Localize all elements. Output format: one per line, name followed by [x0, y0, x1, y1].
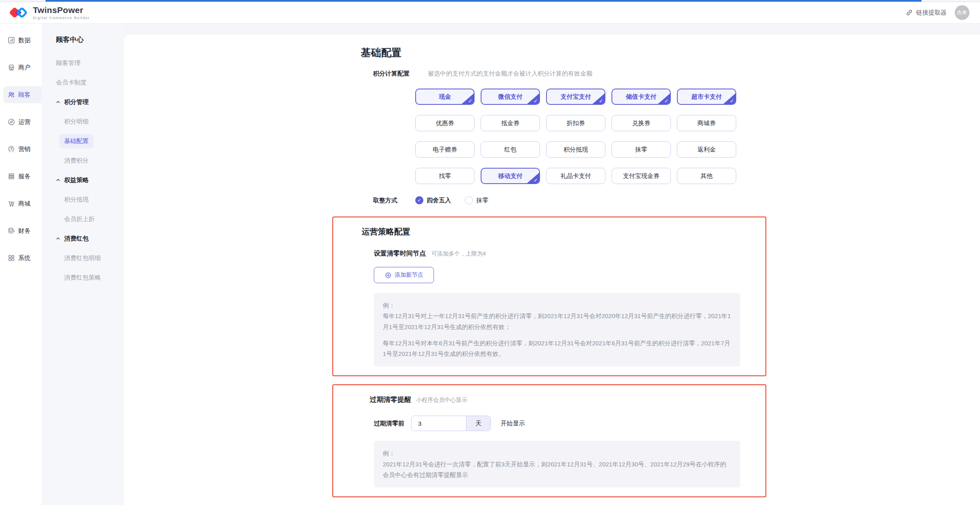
chevron-up-icon: [55, 236, 61, 241]
sidebar-item-data[interactable]: 数据: [0, 32, 41, 49]
submenu-group-label: 积分管理: [64, 98, 89, 106]
sidebar-item-finance[interactable]: 财务: [0, 222, 41, 239]
expire-reminder-hint: 小程序会员中心显示: [416, 397, 467, 404]
payment-option-red-packet[interactable]: 红包: [481, 141, 540, 158]
payment-option-other[interactable]: 其他: [677, 168, 736, 184]
customers-icon: [7, 91, 15, 99]
sidebar-item-mall[interactable]: 商城: [0, 195, 41, 212]
payment-option-stored-card[interactable]: 储值卡支付: [611, 89, 671, 105]
submenu-item-consumption-points[interactable]: 消费积分: [41, 151, 124, 170]
payment-option-gift-card[interactable]: 礼品卡支付: [546, 168, 605, 184]
submenu-group-red-packet[interactable]: 消费红包: [41, 229, 124, 248]
brand: TwinsPower Digital Commerce Builder: [9, 4, 90, 21]
payment-option-exchange-coupon[interactable]: 兑换券: [611, 115, 671, 131]
submenu-title: 顾客中心: [56, 35, 124, 44]
submenu-item-red-packet-strategy[interactable]: 消费红包策略: [41, 268, 124, 287]
secondary-sidebar: 顾客中心 顾客管理 会员卡制度 积分管理 积分明细 基础配置 消费积分 权益策略…: [41, 24, 124, 505]
ops-example-box: 例： 每年12月31号对上一年12月31号前产生的积分进行清零，则2021年12…: [374, 293, 740, 366]
payment-option-alipay[interactable]: 支付宝支付: [546, 89, 605, 105]
clear-node-row: 设置清零时间节点 可添加多个，上限为4: [374, 249, 765, 258]
radio-drop-cents[interactable]: 抹零: [465, 196, 488, 204]
submenu-group-points-management[interactable]: 积分管理: [41, 92, 124, 112]
submenu-item-red-packet-detail[interactable]: 消费红包明细: [41, 248, 124, 268]
sidebar-item-label: 商城: [18, 200, 30, 208]
payment-option-label: 红包: [504, 146, 516, 154]
payment-option-label: 商城券: [698, 119, 716, 127]
payment-option-label: 抹零: [635, 146, 647, 154]
payment-option-mobile-pay[interactable]: 移动支付: [481, 168, 540, 184]
submenu-group-benefit-strategy[interactable]: 权益策略: [41, 170, 124, 190]
main-content-card: 基础配置 积分计算配置 被选中的支付方式的支付金额才会被计入积分计算的有效金额 …: [124, 35, 980, 505]
payment-option-points-cash[interactable]: 积分抵现: [546, 141, 605, 158]
submenu-item-basic-config[interactable]: 基础配置: [41, 131, 124, 151]
submenu-item-member-card[interactable]: 会员卡制度: [41, 73, 124, 92]
brand-tagline: Digital Commerce Builder: [33, 16, 90, 20]
payment-option-supermarket-card[interactable]: 超市卡支付: [677, 89, 736, 105]
plus-circle-icon: [385, 272, 392, 279]
avatar[interactable]: 杰希: [955, 5, 969, 20]
submenu-item-label: 积分明细: [64, 118, 89, 126]
submenu-item-label: 积分抵现: [64, 196, 89, 204]
payment-option-wechat[interactable]: 微信支付: [481, 89, 540, 105]
sidebar-item-label: 营销: [18, 145, 30, 153]
add-node-button[interactable]: 添加新节点: [374, 267, 434, 283]
sidebar-item-marketing[interactable]: 营销: [0, 141, 41, 158]
calc-config-row: 积分计算配置 被选中的支付方式的支付金额才会被计入积分计算的有效金额: [373, 70, 766, 78]
operations-icon: [7, 118, 15, 126]
payment-option-label: 储值卡支付: [626, 93, 657, 101]
payment-option-label: 返利金: [698, 146, 716, 154]
payment-option-cash[interactable]: 现金: [415, 89, 475, 105]
link-icon: [906, 9, 913, 16]
sidebar-item-customers[interactable]: 顾客: [3, 86, 41, 103]
brand-logo-icon: [9, 4, 28, 21]
sidebar-item-merchant[interactable]: 商户: [0, 59, 41, 76]
submenu-item-label: 会员卡制度: [56, 79, 87, 87]
payment-option-label: 找零: [439, 172, 451, 180]
submenu-item-label: 基础配置: [59, 134, 93, 148]
expire-days-input-group: 天: [411, 416, 491, 431]
calc-config-hint: 被选中的支付方式的支付金额才会被计入积分计算的有效金额: [428, 70, 592, 78]
submenu-group-label: 消费红包: [64, 235, 89, 243]
example-paragraph: 每年12月31号对本年6月31号前产生的积分进行清零，则2021年12月31号会…: [383, 338, 731, 360]
sidebar-item-label: 财务: [18, 227, 30, 235]
radio-unchecked-icon: [465, 196, 473, 204]
payment-option-mall-coupon[interactable]: 商城券: [677, 115, 736, 131]
submenu-item-member-discount[interactable]: 会员折上折: [41, 209, 124, 229]
sidebar-item-system[interactable]: 系统: [0, 249, 41, 267]
brand-text: TwinsPower Digital Commerce Builder: [33, 5, 90, 20]
sidebar-item-service[interactable]: 服务: [0, 168, 41, 185]
payment-option-label: 折扣券: [567, 119, 585, 127]
submenu-item-label: 消费红包明细: [64, 254, 101, 262]
submenu-item-points-detail[interactable]: 积分明细: [41, 112, 124, 131]
primary-sidebar: 数据 商户 顾客 运营 营销 服务: [0, 24, 41, 505]
expire-reminder-title: 过期清零提醒: [370, 395, 411, 404]
chart-icon: [7, 36, 15, 44]
example-prefix: 例：: [383, 300, 731, 311]
link-extractor-button[interactable]: 链接提取器: [906, 9, 947, 17]
rounding-label: 取整方式: [373, 197, 415, 204]
sidebar-item-label: 服务: [18, 173, 30, 180]
payment-option-change[interactable]: 找零: [415, 168, 475, 184]
expire-reminder-section: 过期清零提醒 小程序会员中心显示 过期清零前 天 开始显示 例： 2021年12…: [332, 384, 766, 497]
submenu-group-label: 权益策略: [64, 176, 89, 184]
payment-option-coupon[interactable]: 优惠券: [415, 115, 475, 131]
sidebar-item-operations[interactable]: 运营: [0, 113, 41, 130]
payment-option-e-gift-coupon[interactable]: 电子赠券: [415, 141, 475, 158]
payment-option-round-off[interactable]: 抹零: [611, 141, 671, 158]
reminder-example-box: 例： 2021年12月31号会进行一次清零，配置了前3天开始显示，则2021年1…: [374, 441, 740, 488]
payment-option-cash-coupon[interactable]: 抵金券: [481, 115, 540, 131]
sidebar-item-label: 数据: [18, 37, 30, 44]
page-title: 基础配置: [361, 35, 766, 59]
payment-option-rebate[interactable]: 返利金: [677, 141, 736, 158]
system-icon: [7, 254, 15, 262]
expire-days-input[interactable]: [412, 416, 466, 431]
expire-reminder-title-row: 过期清零提醒 小程序会员中心显示: [370, 395, 765, 404]
submenu-item-customer-management[interactable]: 顾客管理: [41, 53, 124, 73]
submenu-item-points-cash[interactable]: 积分抵现: [41, 190, 124, 209]
payment-option-alipay-cash-coupon[interactable]: 支付宝现金券: [611, 168, 671, 184]
radio-round-half-up[interactable]: ✓ 四舍五入: [415, 196, 451, 204]
link-extractor-label: 链接提取器: [916, 9, 947, 17]
sidebar-item-label: 顾客: [18, 91, 30, 99]
payment-option-discount-coupon[interactable]: 折扣券: [546, 115, 605, 131]
header-right: 链接提取器 杰希: [906, 5, 969, 20]
